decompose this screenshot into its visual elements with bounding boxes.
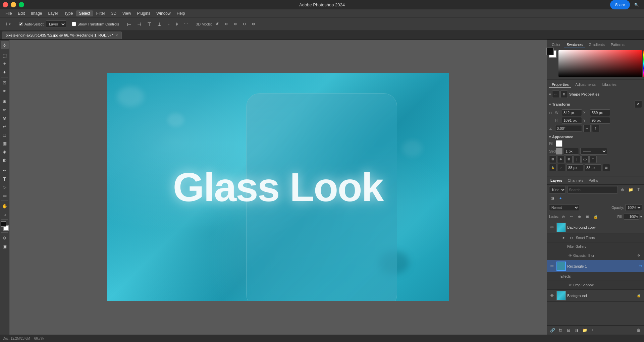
- layer-group-btn[interactable]: 📁: [581, 327, 588, 334]
- layer-visibility-bg[interactable]: 👁: [549, 293, 555, 299]
- tab-paths[interactable]: Paths: [587, 178, 599, 183]
- tab-properties[interactable]: Properties: [549, 81, 571, 88]
- width-input[interactable]: [562, 109, 582, 116]
- layer-item-background[interactable]: 👁 Background 🔒: [547, 290, 644, 302]
- tab-patterns[interactable]: Patterns: [608, 42, 627, 48]
- tab-color[interactable]: Color: [549, 42, 563, 48]
- distribute-btn[interactable]: ⊦: [165, 19, 172, 29]
- stroke-size-input[interactable]: [564, 148, 579, 155]
- reset-transform-btn[interactable]: ↺: [635, 101, 642, 108]
- flip-h-btn[interactable]: ⇔: [583, 125, 591, 132]
- move-tool[interactable]: ⊹: [1, 41, 9, 49]
- stroke-color-swatch[interactable]: [556, 148, 562, 155]
- layer-type-btn[interactable]: T: [635, 186, 642, 193]
- menu-filter[interactable]: Filter: [94, 10, 108, 16]
- lasso-tool[interactable]: ⌖: [1, 60, 9, 68]
- move-tool-btn[interactable]: ⊹ ▾: [3, 19, 13, 29]
- layer-item-gaussian-blur[interactable]: 👁 Gaussian Blur ⚙: [547, 251, 644, 260]
- menu-image[interactable]: Image: [28, 10, 45, 16]
- rect-icon[interactable]: ▭: [552, 91, 559, 98]
- appearance-title[interactable]: ▾ Appearance: [549, 135, 642, 139]
- eraser-tool[interactable]: ◻: [1, 131, 9, 139]
- corner-settings-btn[interactable]: ⊞: [603, 164, 610, 171]
- more-options-btn[interactable]: ⋯: [182, 19, 190, 29]
- tab-adjustments[interactable]: Adjustments: [573, 81, 598, 88]
- layer-adjust-btn[interactable]: ◑: [549, 195, 556, 202]
- menu-select[interactable]: Select: [76, 10, 93, 16]
- cap-square-btn[interactable]: □: [589, 156, 597, 163]
- layer-fx-rect1[interactable]: fx: [639, 264, 642, 268]
- height-input[interactable]: [562, 117, 582, 124]
- zoom-tool[interactable]: ⌕: [1, 210, 9, 218]
- layer-filter-btn[interactable]: ⊕: [619, 186, 626, 193]
- share-button[interactable]: Share: [610, 0, 630, 9]
- magic-wand-tool[interactable]: ✦: [1, 68, 9, 76]
- angle-input[interactable]: [555, 125, 582, 132]
- stroke-inside-btn[interactable]: ⊟: [549, 156, 556, 163]
- screen-mode-btn[interactable]: ▣: [1, 242, 9, 250]
- tab-channels[interactable]: Channels: [566, 178, 584, 183]
- align-left-btn[interactable]: ⊢: [125, 19, 133, 29]
- corner-radius-2[interactable]: [585, 164, 601, 171]
- transform-checkbox[interactable]: [72, 22, 76, 26]
- layer-visibility-bg-copy[interactable]: 👁: [549, 224, 555, 230]
- smart-obj-icon[interactable]: ⊞: [560, 91, 568, 98]
- menu-type[interactable]: Type: [61, 10, 75, 16]
- lock-proportions-icon[interactable]: ⊟: [549, 111, 554, 115]
- fg-color-box[interactable]: [546, 48, 554, 55]
- layer-new-btn[interactable]: +: [589, 327, 596, 334]
- x-input[interactable]: [590, 109, 610, 116]
- color-picker[interactable]: [558, 50, 642, 77]
- layer-visibility-gaussian[interactable]: 👁: [567, 252, 573, 259]
- 3d-rotate-btn[interactable]: ↺: [213, 19, 221, 29]
- 3d-pan-btn[interactable]: ⊕: [231, 19, 239, 29]
- menu-view[interactable]: View: [120, 10, 134, 16]
- layer-mask-btn[interactable]: ⊟: [565, 327, 572, 334]
- opacity-select[interactable]: 100% 75% 50%: [625, 204, 642, 211]
- lock-artboard-btn[interactable]: ⊞: [584, 213, 591, 220]
- 3d-slide-btn[interactable]: ⊖: [240, 19, 248, 29]
- corner-radius-1[interactable]: [567, 164, 583, 171]
- distribute2-btn[interactable]: ⊧: [173, 19, 180, 29]
- menu-file[interactable]: File: [3, 10, 14, 16]
- stroke-center-btn[interactable]: ⊕: [557, 156, 565, 163]
- layer-fx-btn[interactable]: fx: [557, 327, 564, 334]
- document-tab[interactable]: pixels-engin-akyurt-1435752.jpg @ 66.7% …: [2, 32, 122, 39]
- layer-visibility-dropshadow[interactable]: 👁: [567, 282, 573, 288]
- foreground-color-swatch[interactable]: [1, 221, 6, 227]
- minimize-button[interactable]: [11, 2, 16, 7]
- quick-mask-btn[interactable]: ⊘: [1, 234, 9, 242]
- align-top-btn[interactable]: ⊥: [155, 19, 164, 29]
- 3d-roll-btn[interactable]: ⊛: [222, 19, 230, 29]
- align-right-btn[interactable]: ⊤: [145, 19, 154, 29]
- y-input[interactable]: [590, 117, 610, 124]
- clone-stamp-tool[interactable]: ⊙: [1, 114, 9, 122]
- hand-tool[interactable]: ✋: [1, 202, 9, 210]
- align-center-btn[interactable]: ⊣: [135, 19, 144, 29]
- menu-layer[interactable]: Layer: [45, 10, 61, 16]
- layer-item-filter-gallery[interactable]: Filter Gallery: [547, 242, 644, 251]
- maximize-button[interactable]: [19, 2, 24, 7]
- layer-item-smart-filters[interactable]: 👁 ⊙ Smart Filters: [547, 233, 644, 242]
- stroke-outside-btn[interactable]: ⊞: [565, 156, 573, 163]
- lock-all-btn[interactable]: 🔒: [592, 213, 599, 220]
- brush-tool[interactable]: ✏: [1, 106, 9, 114]
- gradient-tool[interactable]: ▦: [1, 139, 9, 147]
- cap-round-btn[interactable]: ◯: [581, 156, 589, 163]
- fill-input[interactable]: [624, 214, 639, 220]
- corner-icon[interactable]: ⌐: [558, 164, 565, 171]
- gaussian-settings-btn[interactable]: ⚙: [635, 252, 642, 259]
- layer-visibility-smart[interactable]: 👁: [560, 235, 567, 241]
- tab-close-button[interactable]: ✕: [115, 34, 118, 37]
- type-tool[interactable]: T: [1, 175, 9, 183]
- crop-tool[interactable]: ⊡: [1, 78, 9, 87]
- transform-check[interactable]: Show Transform Controls: [72, 22, 119, 26]
- close-button[interactable]: [3, 2, 8, 7]
- tab-libraries[interactable]: Libraries: [600, 81, 619, 88]
- rectangular-marquee-tool[interactable]: ⬚: [1, 51, 9, 59]
- layer-search-input[interactable]: [567, 186, 618, 193]
- tab-gradients[interactable]: Gradients: [586, 42, 607, 48]
- blend-mode-select[interactable]: Normal Multiply Screen Overlay: [549, 204, 579, 211]
- eyedropper-tool[interactable]: ✒: [1, 87, 9, 95]
- layer-toggle-btn[interactable]: ●: [557, 195, 564, 202]
